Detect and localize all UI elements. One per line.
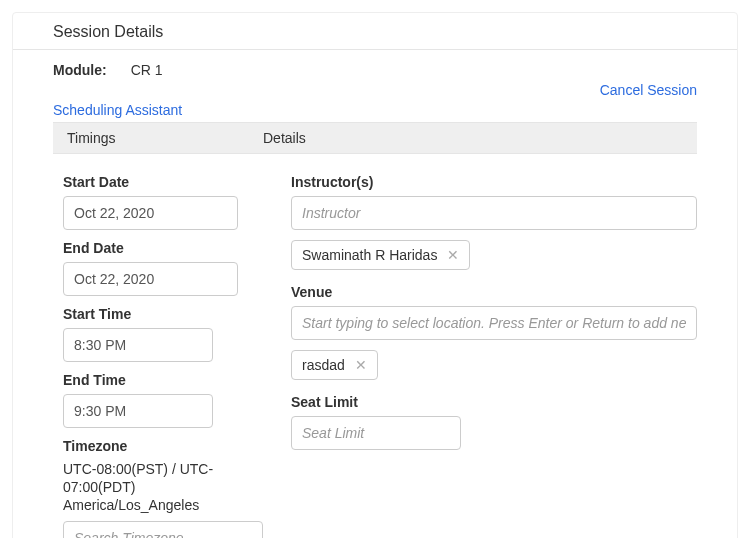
seat-limit-input[interactable] — [291, 416, 461, 450]
venue-label: Venue — [291, 284, 697, 300]
end-date-label: End Date — [63, 240, 263, 256]
timezone-label: Timezone — [63, 438, 263, 454]
module-row: Module: CR 1 — [13, 62, 737, 82]
timings-column: Start Date End Date Start Time End Time … — [63, 168, 263, 538]
start-date-input[interactable] — [63, 196, 238, 230]
end-date-input[interactable] — [63, 262, 238, 296]
close-icon[interactable]: ✕ — [447, 248, 459, 262]
instructor-input[interactable] — [291, 196, 697, 230]
instructor-chip-label: Swaminath R Haridas — [302, 247, 437, 263]
session-details-panel: Session Details Module: CR 1 Cancel Sess… — [12, 12, 738, 538]
timings-header: Timings — [53, 130, 263, 146]
section-headers: Timings Details — [53, 122, 697, 154]
timezone-text: UTC-08:00(PST) / UTC-07:00(PDT) America/… — [63, 460, 263, 515]
module-label: Module: — [53, 62, 107, 78]
start-date-label: Start Date — [63, 174, 263, 190]
seat-limit-label: Seat Limit — [291, 394, 697, 410]
venue-chip-label: rasdad — [302, 357, 345, 373]
details-header: Details — [263, 130, 306, 146]
venue-input[interactable] — [291, 306, 697, 340]
instructors-label: Instructor(s) — [291, 174, 697, 190]
timezone-search-input[interactable] — [63, 521, 263, 538]
end-time-label: End Time — [63, 372, 263, 388]
instructor-chip: Swaminath R Haridas ✕ — [291, 240, 470, 270]
details-column: Instructor(s) Swaminath R Haridas ✕ Venu… — [291, 168, 697, 538]
module-value: CR 1 — [131, 62, 163, 78]
panel-header: Session Details — [13, 23, 737, 50]
page-title: Session Details — [53, 23, 697, 41]
cancel-session-link[interactable]: Cancel Session — [600, 82, 697, 98]
end-time-input[interactable] — [63, 394, 213, 428]
scheduling-assistant-link[interactable]: Scheduling Assistant — [53, 102, 182, 118]
scheduling-assistant-row: Scheduling Assistant — [13, 102, 737, 122]
start-time-label: Start Time — [63, 306, 263, 322]
venue-chip: rasdad ✕ — [291, 350, 378, 380]
cancel-session-row: Cancel Session — [13, 82, 737, 102]
start-time-input[interactable] — [63, 328, 213, 362]
form-area: Start Date End Date Start Time End Time … — [13, 168, 737, 538]
close-icon[interactable]: ✕ — [355, 358, 367, 372]
